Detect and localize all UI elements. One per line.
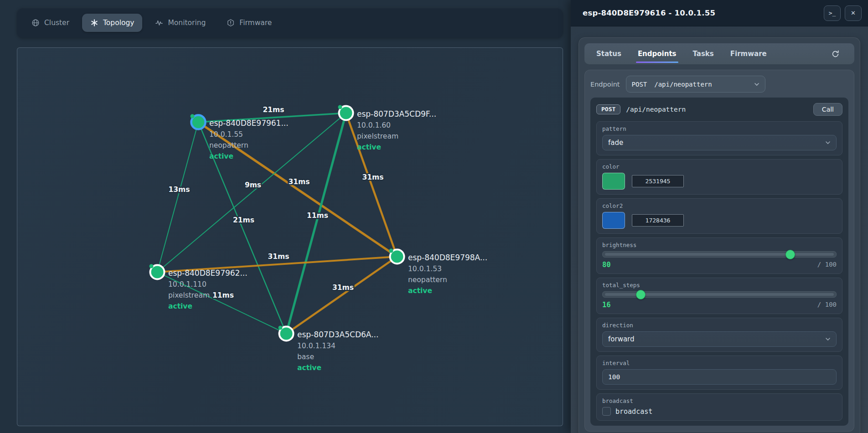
panel-tab-label: Tasks (693, 50, 714, 58)
form-fields: patternfadecolor2531945color21728436brig… (596, 121, 842, 421)
nav-tab-label: Cluster (44, 19, 69, 27)
node-status-dot (389, 249, 393, 253)
field-broadcast: broadcastbroadcast (596, 393, 842, 421)
color2-value-input[interactable]: 1728436 (632, 214, 684, 227)
direction-select[interactable]: forward (602, 331, 837, 347)
globe-icon (31, 19, 40, 27)
interval-input[interactable]: 100 (602, 369, 837, 385)
field-total_steps: total_steps16/ 100 (596, 278, 842, 314)
total_steps-slider-handle[interactable] (636, 290, 646, 299)
node-status-dot (279, 326, 283, 330)
field-label: color (602, 163, 837, 170)
method-badge: POST (596, 104, 620, 114)
panel-tab-status[interactable]: Status (596, 43, 621, 64)
edge-latency-label: 9ms (245, 181, 261, 189)
total_steps-slider[interactable] (602, 291, 837, 298)
edge-latency-label: 31ms (362, 173, 384, 181)
endpoint-form: POST /api/neopattern Call patternfadecol… (590, 98, 848, 426)
slider-track (605, 253, 834, 256)
edge-latency-label: 11ms (307, 211, 328, 220)
field-direction: directionforward (596, 318, 842, 352)
topology-icon (90, 19, 98, 27)
pattern-select[interactable]: fade (602, 135, 837, 150)
svg-text:esp-807D3A5CD6A...: esp-807D3A5CD6A... (297, 330, 378, 339)
nav-tab-label: Firmware (239, 19, 272, 27)
panel-body: StatusEndpointsTasksFirmware Endpoint PO… (571, 26, 868, 433)
panel-header-actions: >_ ✕ (824, 5, 862, 21)
field-label: interval (602, 360, 837, 366)
panel-tab-label: Endpoints (638, 50, 677, 58)
color-value-input[interactable]: 2531945 (632, 175, 684, 187)
panel-tabs-inner: StatusEndpointsTasksFirmware (596, 43, 767, 64)
graph-node-10.0.1.60[interactable]: esp-807D3A5CD9F...10.0.1.60pixelstreamac… (338, 105, 437, 152)
slider-max: / 100 (817, 301, 837, 309)
nav-tab-label: Monitoring (168, 19, 206, 27)
graph-node-10.0.1.134[interactable]: esp-807D3A5CD6A...10.0.1.134baseactive (279, 326, 379, 372)
chevron-down-icon (825, 141, 831, 144)
device-card: StatusEndpointsTasksFirmware Endpoint PO… (579, 37, 860, 433)
nav-tab-label: Topology (103, 19, 134, 27)
svg-text:10.0.1.53: 10.0.1.53 (408, 265, 442, 273)
nav-tabs: ClusterTopologyMonitoringFirmware (23, 14, 280, 32)
svg-text:active: active (209, 152, 233, 160)
panel-tab-label: Firmware (730, 50, 767, 58)
color-swatch[interactable] (602, 173, 625, 190)
edge-latency-label: 11ms (212, 291, 234, 299)
svg-text:active: active (408, 287, 432, 295)
chevron-down-icon (754, 82, 760, 86)
svg-text:10.0.1.55: 10.0.1.55 (209, 130, 243, 139)
nav-tab-cluster[interactable]: Cluster (23, 14, 78, 32)
panel-tab-tasks[interactable]: Tasks (693, 43, 714, 64)
svg-text:neopattern: neopattern (408, 276, 447, 284)
slider-value: 16 (602, 301, 611, 309)
panel-tab-label: Status (596, 50, 621, 58)
broadcast-checkbox[interactable] (602, 407, 611, 416)
refresh-icon[interactable] (828, 49, 842, 59)
svg-text:esp-807D3A5CD9F...: esp-807D3A5CD9F... (357, 109, 436, 119)
call-button[interactable]: Call (813, 103, 842, 116)
svg-text:esp-840D8E9798A...: esp-840D8E9798A... (408, 253, 487, 262)
node-status-dot (191, 114, 195, 119)
edge-latency-label: 21ms (233, 216, 254, 224)
graph-node-10.0.1.53[interactable]: esp-840D8E9798A...10.0.1.53neopatternact… (389, 249, 488, 295)
nav-tab-topology[interactable]: Topology (82, 14, 142, 32)
svg-text:10.0.1.134: 10.0.1.134 (297, 342, 336, 350)
svg-text:neopattern: neopattern (209, 141, 248, 149)
edge-latency-label: 31ms (332, 284, 354, 292)
panel-tab-endpoints[interactable]: Endpoints (638, 43, 677, 64)
graph-node-10.0.1.110[interactable]: esp-840D8E97962...10.0.1.110pixelstreama… (150, 264, 248, 311)
field-label: color2 (602, 202, 837, 209)
color2-swatch[interactable] (602, 212, 625, 229)
panel-tab-firmware[interactable]: Firmware (730, 43, 767, 64)
endpoint-method: POST (632, 81, 647, 88)
endpoint-path: /api/neopattern (654, 81, 712, 88)
field-color: color2531945 (596, 159, 842, 195)
nav-tab-monitoring[interactable]: Monitoring (147, 14, 214, 32)
endpoint-select[interactable]: POST /api/neopattern (626, 76, 765, 93)
chevron-down-icon (825, 337, 831, 341)
topology-canvas[interactable]: esp-840D8E97961...10.0.1.55neopatternact… (17, 47, 563, 426)
slider-max: / 100 (817, 261, 837, 269)
svg-text:active: active (168, 302, 192, 310)
terminal-icon[interactable]: >_ (824, 5, 841, 21)
field-pattern: patternfade (596, 121, 842, 155)
edge-latency-label: 31ms (289, 178, 310, 186)
selected-value: fade (608, 139, 623, 147)
svg-text:base: base (297, 353, 314, 361)
node-status-dot (150, 264, 154, 268)
field-interval: interval100 (596, 356, 842, 390)
device-panel: esp-840D8E979616 - 10.0.1.55 >_ ✕ Status… (571, 0, 868, 433)
field-label: brightness (602, 242, 837, 248)
edge-n2-n5 (286, 113, 346, 334)
edge-latency-label: 31ms (268, 253, 289, 261)
close-icon[interactable]: ✕ (845, 5, 862, 21)
brightness-slider-handle[interactable] (785, 250, 795, 259)
nav-tab-firmware[interactable]: Firmware (218, 14, 280, 32)
field-label: broadcast (602, 397, 837, 404)
selected-value: forward (608, 335, 635, 343)
checkbox-label: broadcast (615, 407, 652, 416)
svg-text:pixelstream: pixelstream (357, 132, 398, 140)
chip-icon (227, 19, 235, 27)
svg-text:esp-840D8E97961...: esp-840D8E97961... (209, 119, 289, 128)
brightness-slider[interactable] (602, 251, 837, 258)
